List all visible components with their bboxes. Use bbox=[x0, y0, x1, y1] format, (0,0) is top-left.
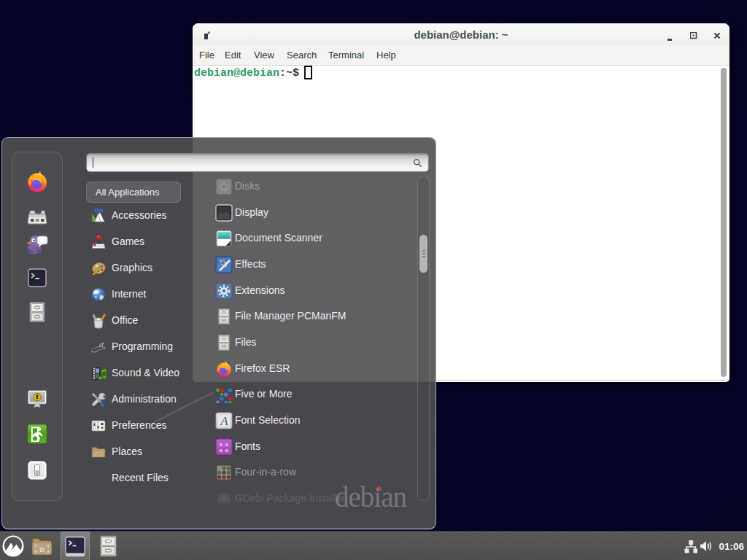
svg-text:D: D bbox=[39, 546, 44, 553]
svg-text:a: a bbox=[225, 447, 228, 454]
svg-text:a: a bbox=[219, 447, 222, 454]
svg-text:A: A bbox=[220, 414, 228, 428]
